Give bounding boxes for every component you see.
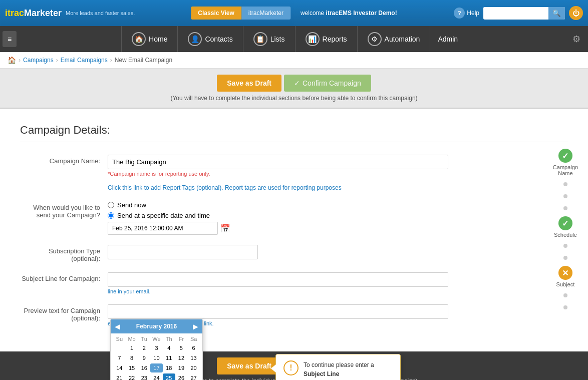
app-logo: itracMarketer [5,8,62,19]
view-switcher: Classic View itracMarketer welcome itrac… [191,7,397,20]
subject-row: Subject Line for Campaign: line in your … [20,272,568,294]
breadcrumb-home[interactable]: 🏠 [8,56,16,64]
campaign-name-indicator-label: CampaignName [553,164,578,176]
cal-day-6[interactable]: 6 [187,343,200,352]
cal-day-22[interactable]: 22 [126,373,138,380]
nav-items: 🏠 Home 👤 Contacts 📋 Lists 📊 Reports ⚙ Au… [19,26,567,52]
breadcrumb-sep-3: › [110,57,112,64]
nav-reports-label: Reports [323,35,347,43]
welcome-prefix: welcome [301,10,324,17]
tooltip-arrow [271,364,276,372]
cal-day-3[interactable]: 3 [150,343,163,352]
subscription-type-input[interactable] [108,245,258,259]
top-bar: itracMarketer More leads and faster sale… [0,0,588,26]
campaign-name-field: *Campaign name is for reporting use only… [108,155,568,191]
datetime-input[interactable] [108,222,218,235]
nav-item-automation[interactable]: ⚙ Automation [358,26,431,52]
send-now-option[interactable]: Send now [108,201,568,209]
send-specific-label: Send at a specific date and time [117,212,210,219]
calendar-next-button[interactable]: ▶ [193,322,198,330]
send-specific-radio[interactable] [108,212,114,219]
tooltip-inner: ! To continue please enter a Subject Lin… [283,360,393,380]
reports-icon: 📊 [306,32,320,46]
cal-day-13[interactable]: 13 [187,353,200,362]
classic-view-button[interactable]: Classic View [191,7,241,20]
subject-input[interactable] [108,272,448,287]
cal-day-20[interactable]: 20 [187,363,200,372]
calendar-icon-button[interactable]: 📅 [220,224,230,233]
nav-item-reports[interactable]: 📊 Reports [296,26,358,52]
cal-day-25[interactable]: 25 [163,373,175,380]
welcome-text: welcome itracEMS Investor Demo! [301,10,397,17]
schedule-label: When would you like tosend your Campaign… [20,201,100,219]
campaign-name-input[interactable] [108,155,448,169]
power-button[interactable]: ⏻ [569,6,583,20]
cal-day-17[interactable]: 17 [150,363,163,372]
cal-day-11[interactable]: 11 [163,353,175,362]
nav-admin[interactable]: Admin [430,26,465,52]
hamburger-button[interactable]: ≡ [3,31,17,47]
contacts-icon: 👤 [188,32,202,46]
cal-week-2: 7 8 9 10 11 12 13 [113,353,200,362]
cal-day-27[interactable]: 27 [187,373,200,380]
cal-day-8[interactable]: 8 [126,353,138,362]
cal-day-19[interactable]: 19 [175,363,188,372]
nav-item-lists[interactable]: 📋 Lists [243,26,296,52]
subject-label: Subject Line for Campaign: [20,272,100,282]
cal-day-15[interactable]: 15 [126,363,138,372]
nav-home-label: Home [149,35,167,43]
nav-item-contacts[interactable]: 👤 Contacts [178,26,243,52]
settings-button[interactable]: ⚙ [567,34,585,45]
tooltip-warning-icon: ! [283,360,299,375]
top-confirm-button[interactable]: ✓ Confirm Campaign [284,75,371,92]
cal-day-18[interactable]: 18 [163,363,175,372]
cal-day-2[interactable]: 2 [138,343,150,352]
help-button[interactable]: ? Help [454,8,479,19]
subject-hint: line in your email. [108,288,568,294]
cal-day-24[interactable]: 24 [150,373,163,380]
send-now-radio[interactable] [108,202,114,208]
breadcrumb-campaigns[interactable]: Campaigns [23,57,54,64]
top-action-buttons: Save as Draft ✓ Confirm Campaign [217,75,371,92]
cal-day-12[interactable]: 12 [175,353,188,362]
nav-bar: ≡ 🏠 Home 👤 Contacts 📋 Lists 📊 Reports ⚙ … [0,26,588,52]
preview-row: Preview text for Campaign(optional): e e… [20,304,568,326]
indicator-dot-1 [563,182,567,186]
breadcrumb-sep-1: › [19,57,21,64]
cal-day-5[interactable]: 5 [175,343,188,352]
cal-day-16[interactable]: 16 [138,363,150,372]
search-input[interactable] [483,8,548,19]
calendar-prev-button[interactable]: ◀ [115,322,120,330]
indicator-dot-4 [563,244,567,248]
top-right-controls: ? Help 🔍 ⏻ [454,6,583,20]
logo-area: itracMarketer More leads and faster sale… [5,8,135,19]
breadcrumb-email-campaigns[interactable]: Email Campaigns [61,57,108,64]
nav-item-home[interactable]: 🏠 Home [121,26,178,52]
calendar-header: ◀ February 2016 ▶ [111,319,202,333]
schedule-indicator-label: Schedule [554,232,577,238]
dow-tu: Tu [138,336,150,342]
cal-day-4[interactable]: 4 [163,343,175,352]
automation-icon: ⚙ [368,32,382,46]
sidebar-indicators: ✓ CampaignName ✓ Schedule ✕ Subject [553,149,578,311]
top-save-draft-button[interactable]: Save as Draft [217,75,281,92]
cal-day-14[interactable]: 14 [113,363,126,372]
cal-week-3: 14 15 16 17 18 19 20 [113,363,200,372]
cal-day-21[interactable]: 21 [113,373,126,380]
calendar-month-label: February 2016 [136,323,177,330]
search-button[interactable]: 🔍 [548,7,565,20]
preview-input[interactable] [108,304,448,319]
report-tags-link[interactable]: Click this link to add Report Tags (opti… [108,184,568,191]
cal-day-10[interactable]: 10 [150,353,163,362]
cal-day-1[interactable]: 1 [126,343,138,352]
cal-day-26[interactable]: 26 [175,373,188,380]
campaign-name-note: *Campaign name is for reporting use only… [108,171,568,177]
send-specific-option[interactable]: Send at a specific date and time [108,212,568,219]
cal-day-7[interactable]: 7 [113,353,126,362]
itrac-marketer-button[interactable]: itracMarketer [241,7,290,20]
dow-sa: Sa [187,336,200,342]
cal-day-9[interactable]: 9 [138,353,150,362]
help-label: Help [467,10,479,17]
cal-day-23[interactable]: 23 [138,373,150,380]
indicator-subject: ✕ Subject [556,266,575,287]
